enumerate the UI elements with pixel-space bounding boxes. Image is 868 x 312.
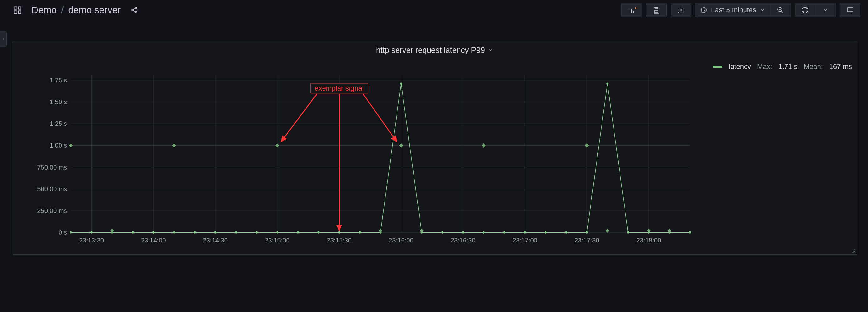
- time-range-picker[interactable]: Last 5 minutes: [695, 3, 770, 17]
- svg-text:23:14:00: 23:14:00: [141, 237, 166, 244]
- svg-line-8: [133, 10, 136, 12]
- svg-rect-99: [482, 143, 486, 147]
- legend-mean-label: Mean:: [804, 63, 823, 71]
- svg-point-73: [317, 232, 320, 234]
- legend-swatch: [713, 66, 722, 68]
- svg-text:23:15:00: 23:15:00: [265, 237, 290, 244]
- svg-text:0 s: 0 s: [59, 229, 67, 236]
- svg-point-70: [255, 232, 258, 234]
- clock-icon: [701, 7, 707, 13]
- chevron-down-icon: [823, 7, 828, 12]
- chevron-down-icon: [760, 7, 765, 12]
- svg-line-20: [781, 11, 783, 13]
- svg-point-67: [194, 232, 196, 234]
- zoom-out-button[interactable]: [770, 3, 791, 17]
- svg-rect-16: [655, 10, 658, 12]
- refresh-button[interactable]: [795, 3, 815, 17]
- svg-rect-96: [378, 229, 382, 233]
- svg-rect-0: [14, 7, 17, 9]
- svg-point-79: [441, 232, 443, 234]
- save-dashboard-button[interactable]: [646, 3, 667, 17]
- svg-line-106: [281, 94, 316, 142]
- breadcrumb-dashboard[interactable]: demo server: [68, 5, 121, 15]
- time-picker-group: Last 5 minutes: [695, 3, 791, 17]
- svg-point-61: [70, 232, 72, 234]
- svg-rect-93: [110, 229, 114, 233]
- toolbar-right: Last 5 minutes: [621, 3, 861, 17]
- dashboards-icon[interactable]: [7, 3, 28, 17]
- svg-text:23:15:30: 23:15:30: [327, 237, 351, 244]
- svg-point-86: [586, 232, 588, 234]
- svg-point-85: [565, 232, 567, 234]
- legend-series-name[interactable]: latency: [729, 63, 751, 71]
- svg-text:500.00 ms: 500.00 ms: [37, 185, 67, 193]
- view-mode-button[interactable]: [840, 3, 861, 17]
- panel-title-bar[interactable]: http server request latency P99: [12, 41, 857, 59]
- svg-rect-103: [668, 229, 672, 233]
- chart-plot-area[interactable]: 0 s250.00 ms500.00 ms750.00 ms1.00 s1.25…: [23, 73, 693, 248]
- svg-rect-1: [18, 7, 21, 9]
- svg-rect-94: [172, 143, 176, 147]
- svg-text:1.50 s: 1.50 s: [50, 98, 67, 105]
- top-toolbar: Demo / demo server Last 5 minutes: [0, 0, 868, 20]
- svg-point-71: [276, 232, 278, 234]
- svg-text:23:14:30: 23:14:30: [203, 237, 228, 244]
- svg-point-65: [152, 232, 155, 234]
- svg-point-88: [627, 232, 629, 234]
- svg-point-82: [503, 232, 505, 234]
- svg-point-62: [90, 232, 93, 234]
- svg-text:exemplar signal: exemplar signal: [315, 84, 364, 92]
- svg-text:1.75 s: 1.75 s: [50, 77, 67, 84]
- breadcrumb-folder[interactable]: Demo: [31, 5, 57, 15]
- svg-text:23:13:30: 23:13:30: [79, 237, 104, 244]
- svg-point-91: [689, 232, 691, 234]
- svg-rect-22: [847, 7, 853, 12]
- svg-text:23:17:00: 23:17:00: [513, 237, 537, 244]
- chevron-down-icon: [488, 47, 493, 53]
- svg-rect-102: [647, 229, 651, 233]
- svg-text:250.00 ms: 250.00 ms: [37, 207, 67, 214]
- svg-rect-101: [605, 229, 610, 233]
- breadcrumb: Demo / demo server: [31, 5, 121, 15]
- svg-point-87: [606, 82, 609, 84]
- breadcrumb-separator: /: [61, 5, 64, 15]
- svg-text:23:18:00: 23:18:00: [636, 237, 661, 244]
- svg-line-108: [363, 94, 397, 142]
- svg-text:23:17:30: 23:17:30: [575, 237, 599, 244]
- svg-rect-15: [655, 7, 657, 9]
- svg-point-64: [132, 232, 134, 234]
- time-range-label: Last 5 minutes: [711, 6, 756, 14]
- svg-point-72: [297, 232, 299, 234]
- svg-point-66: [173, 232, 175, 234]
- svg-rect-95: [275, 143, 279, 147]
- svg-point-69: [235, 232, 237, 234]
- expand-rows-handle[interactable]: [0, 31, 7, 46]
- refresh-group: [795, 3, 836, 17]
- svg-rect-92: [69, 143, 73, 147]
- legend-max-label: Max:: [757, 63, 772, 71]
- settings-button[interactable]: [671, 3, 691, 17]
- svg-point-83: [524, 232, 526, 234]
- svg-point-4: [132, 9, 133, 11]
- svg-text:23:16:30: 23:16:30: [451, 237, 475, 244]
- svg-point-17: [680, 9, 682, 11]
- panel-resize-handle[interactable]: [851, 249, 856, 253]
- svg-text:1.00 s: 1.00 s: [50, 142, 67, 149]
- panel-title: http server request latency P99: [376, 45, 485, 55]
- svg-text:1.25 s: 1.25 s: [50, 120, 67, 127]
- svg-line-7: [133, 8, 136, 10]
- refresh-interval-picker[interactable]: [815, 3, 836, 17]
- svg-rect-97: [399, 143, 403, 147]
- svg-point-75: [359, 232, 361, 234]
- svg-rect-98: [420, 229, 424, 233]
- svg-point-5: [135, 7, 137, 9]
- legend: latency Max: 1.71 s Mean: 167 ms: [713, 63, 852, 71]
- share-icon[interactable]: [124, 3, 145, 17]
- add-panel-button[interactable]: [621, 3, 642, 17]
- svg-rect-3: [18, 11, 21, 13]
- svg-point-77: [400, 82, 402, 84]
- svg-point-80: [462, 232, 464, 234]
- svg-point-6: [135, 11, 137, 13]
- svg-point-81: [483, 232, 485, 234]
- svg-rect-2: [14, 11, 17, 13]
